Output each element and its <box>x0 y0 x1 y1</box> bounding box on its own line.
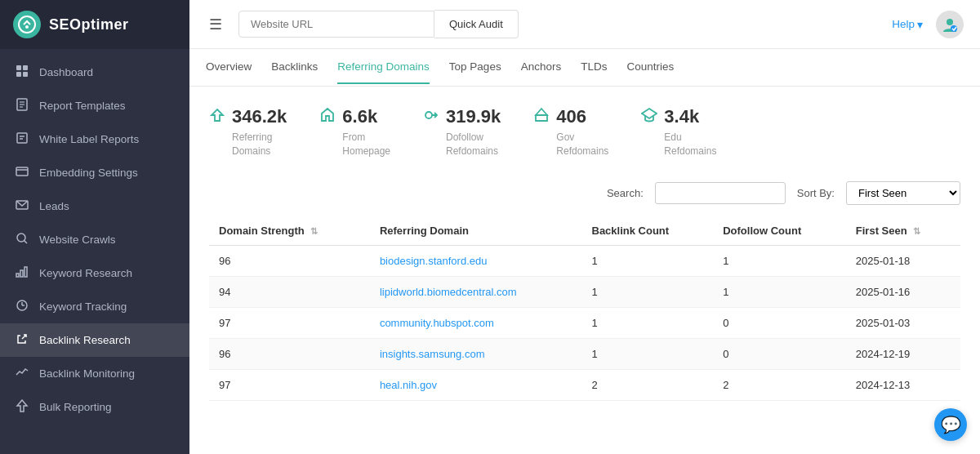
sidebar-item-backlink-monitoring[interactable]: Backlink Monitoring <box>0 357 189 390</box>
cell-first-seen: 2025-01-03 <box>846 307 960 338</box>
tab-referring-domains[interactable]: Referring Domains <box>337 51 430 84</box>
sidebar-item-label: Report Templates <box>39 100 126 112</box>
sort-icon: ⇅ <box>310 226 318 236</box>
table-row: 96 insights.samsung.com 1 0 2024-12-19 <box>209 338 960 369</box>
svg-marker-29 <box>536 109 547 115</box>
svg-marker-31 <box>642 109 657 118</box>
sidebar-item-label: White Label Reports <box>39 133 139 145</box>
table-row: 94 lipidworld.biomedcentral.com 1 1 2025… <box>209 276 960 307</box>
domain-link[interactable]: lipidworld.biomedcentral.com <box>380 286 517 298</box>
leads-icon <box>15 198 29 214</box>
user-avatar[interactable] <box>936 11 964 38</box>
keyword-research-icon <box>15 265 29 281</box>
url-input[interactable] <box>238 11 434 38</box>
sidebar-item-label: Leads <box>39 200 69 212</box>
sort-select[interactable]: First SeenDomain StrengthBacklink CountD… <box>846 181 960 205</box>
data-table: Domain Strength ⇅Referring DomainBacklin… <box>209 216 960 401</box>
sidebar-logo: SEOptimer <box>0 0 189 49</box>
sidebar-nav: Dashboard Report Templates White Label R… <box>0 49 189 454</box>
table-row: 97 community.hubspot.com 1 0 2025-01-03 <box>209 307 960 338</box>
keyword-tracking-icon <box>15 299 29 314</box>
cell-backlinks: 1 <box>582 276 714 307</box>
quick-audit-button[interactable]: Quick Audit <box>434 10 519 38</box>
tab-tlds[interactable]: TLDs <box>581 51 607 84</box>
cell-dofollow: 0 <box>713 338 846 369</box>
col-header-first-seen[interactable]: First Seen ⇅ <box>846 216 960 246</box>
sidebar-item-embedding[interactable]: Embedding Settings <box>0 156 189 189</box>
cell-backlinks: 1 <box>582 245 714 276</box>
sidebar-item-label: Keyword Research <box>39 267 132 279</box>
sidebar-item-keyword-tracking[interactable]: Keyword Tracking <box>0 290 189 323</box>
stat-icon-edu <box>641 107 657 127</box>
hamburger-icon[interactable]: ☰ <box>206 12 225 37</box>
col-header-domain-strength[interactable]: Domain Strength ⇅ <box>209 216 370 246</box>
cell-dofollow: 1 <box>713 245 846 276</box>
stat-value-edu: 3.4k <box>641 106 716 127</box>
cell-domain[interactable]: insights.samsung.com <box>370 338 582 369</box>
col-header-referring-domain: Referring Domain <box>370 216 582 246</box>
white-label-icon <box>15 131 29 147</box>
svg-rect-19 <box>20 270 23 277</box>
topbar: ☰ Quick Audit Help ▾ <box>189 0 980 49</box>
stat-from-homepage: 6.6k FromHomepage <box>319 106 390 158</box>
domain-link[interactable]: biodesign.stanford.edu <box>380 255 488 267</box>
search-input[interactable] <box>655 182 786 204</box>
tab-countries[interactable]: Countries <box>626 51 674 84</box>
svg-rect-13 <box>16 167 28 176</box>
stat-label-edu: EduRefdomains <box>641 131 716 158</box>
main-content: ☰ Quick Audit Help ▾ OverviewBacklinksRe… <box>189 0 980 454</box>
svg-rect-20 <box>24 267 27 277</box>
stat-value-referring-domains: 346.2k <box>209 106 287 127</box>
stat-referring-domains: 346.2k ReferringDomains <box>209 106 287 158</box>
sidebar-item-keyword-research[interactable]: Keyword Research <box>0 256 189 290</box>
sidebar-item-leads[interactable]: Leads <box>0 189 189 223</box>
col-header-dofollow-count: Dofollow Count <box>713 216 846 246</box>
stat-icon-gov <box>533 107 550 127</box>
table-row: 97 heal.nih.gov 2 2 2024-12-13 <box>209 369 960 400</box>
cell-domain[interactable]: heal.nih.gov <box>370 369 582 400</box>
svg-point-27 <box>425 112 432 118</box>
svg-point-1 <box>25 25 29 29</box>
table-row: 96 biodesign.stanford.edu 1 1 2025-01-18 <box>209 245 960 276</box>
svg-rect-18 <box>16 274 19 277</box>
domain-link[interactable]: community.hubspot.com <box>380 317 494 329</box>
tab-top-pages[interactable]: Top Pages <box>449 51 501 84</box>
domain-link[interactable]: heal.nih.gov <box>380 379 437 391</box>
sidebar-item-bulk-reporting[interactable]: Bulk Reporting <box>0 390 189 424</box>
stat-edu: 3.4k EduRefdomains <box>641 106 716 158</box>
sidebar-item-white-label[interactable]: White Label Reports <box>0 122 189 156</box>
sidebar-item-label: Embedding Settings <box>39 167 138 179</box>
domain-link[interactable]: insights.samsung.com <box>380 348 485 360</box>
sidebar-item-backlink-research[interactable]: Backlink Research <box>0 323 189 357</box>
svg-rect-5 <box>23 72 28 77</box>
sidebar-item-website-crawls[interactable]: Website Crawls <box>0 223 189 256</box>
cell-domain[interactable]: lipidworld.biomedcentral.com <box>370 276 582 307</box>
tab-backlinks[interactable]: Backlinks <box>271 51 318 84</box>
cell-backlinks: 1 <box>582 338 714 369</box>
search-label: Search: <box>607 187 644 199</box>
cell-domain[interactable]: biodesign.stanford.edu <box>370 245 582 276</box>
sidebar-item-label: Website Crawls <box>39 234 116 246</box>
tab-anchors[interactable]: Anchors <box>521 51 562 84</box>
sidebar-item-report-templates[interactable]: Report Templates <box>0 89 189 122</box>
cell-first-seen: 2025-01-16 <box>846 276 960 307</box>
backlink-monitoring-icon <box>15 366 29 381</box>
sort-icon: ⇅ <box>913 226 920 236</box>
sidebar-item-dashboard[interactable]: Dashboard <box>0 56 189 89</box>
tab-overview[interactable]: Overview <box>206 51 252 84</box>
svg-rect-2 <box>16 65 21 70</box>
cell-first-seen: 2024-12-13 <box>846 369 960 400</box>
svg-line-17 <box>24 241 28 244</box>
dashboard-icon <box>15 65 29 80</box>
sidebar-item-label: Dashboard <box>39 66 93 78</box>
content-area: 346.2k ReferringDomains 6.6k FromHomepag… <box>189 87 980 454</box>
svg-rect-4 <box>16 72 21 77</box>
help-button[interactable]: Help ▾ <box>892 18 923 31</box>
sidebar-item-label: Bulk Reporting <box>39 401 112 413</box>
stat-value-dofollow: 319.9k <box>423 106 501 127</box>
report-templates-icon <box>15 98 29 114</box>
chat-bubble[interactable]: 💬 <box>934 408 967 441</box>
sidebar-item-label: Keyword Tracking <box>39 300 127 313</box>
sidebar: SEOptimer Dashboard Report Templates Whi… <box>0 0 189 454</box>
cell-domain[interactable]: community.hubspot.com <box>370 307 582 338</box>
